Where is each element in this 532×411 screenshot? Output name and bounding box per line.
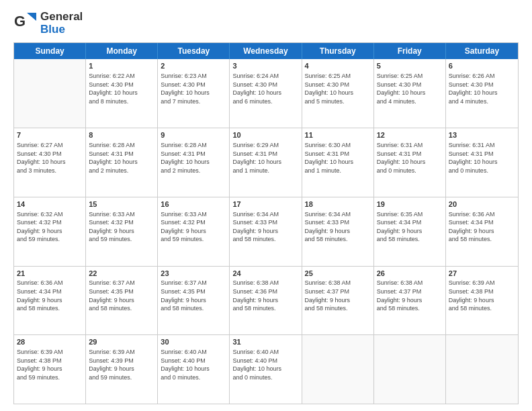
day-info: Sunrise: 6:33 AM Sunset: 4:32 PM Dayligh… — [89, 210, 154, 244]
day-number: 11 — [305, 130, 371, 140]
weekday-header-tuesday: Tuesday — [158, 43, 230, 59]
day-info: Sunrise: 6:28 AM Sunset: 4:31 PM Dayligh… — [89, 141, 154, 175]
calendar-cell: 2Sunrise: 6:23 AM Sunset: 4:30 PM Daylig… — [158, 59, 230, 128]
calendar-cell: 28Sunrise: 6:39 AM Sunset: 4:38 PM Dayli… — [14, 335, 86, 404]
day-info: Sunrise: 6:34 AM Sunset: 4:33 PM Dayligh… — [305, 210, 371, 244]
calendar-cell: 6Sunrise: 6:26 AM Sunset: 4:30 PM Daylig… — [446, 59, 518, 128]
calendar-cell: 1Sunrise: 6:22 AM Sunset: 4:30 PM Daylig… — [86, 59, 158, 128]
calendar-cell: 22Sunrise: 6:37 AM Sunset: 4:35 PM Dayli… — [86, 267, 158, 335]
logo-text-general: General — [40, 11, 83, 24]
day-info: Sunrise: 6:31 AM Sunset: 4:31 PM Dayligh… — [377, 141, 443, 175]
calendar-cell: 16Sunrise: 6:33 AM Sunset: 4:32 PM Dayli… — [158, 197, 230, 266]
logo-text-blue: Blue — [40, 24, 83, 36]
day-number: 20 — [449, 199, 515, 210]
day-number: 16 — [161, 199, 226, 210]
calendar-cell: 27Sunrise: 6:39 AM Sunset: 4:38 PM Dayli… — [446, 267, 518, 335]
day-info: Sunrise: 6:25 AM Sunset: 4:30 PM Dayligh… — [377, 72, 443, 105]
day-number: 3 — [232, 61, 298, 71]
calendar-cell: 14Sunrise: 6:32 AM Sunset: 4:32 PM Dayli… — [14, 197, 86, 266]
day-number: 27 — [449, 269, 515, 279]
day-info: Sunrise: 6:38 AM Sunset: 4:37 PM Dayligh… — [305, 279, 371, 312]
calendar-row-2: 14Sunrise: 6:32 AM Sunset: 4:32 PM Dayli… — [14, 197, 518, 266]
calendar-cell: 10Sunrise: 6:29 AM Sunset: 4:31 PM Dayli… — [230, 128, 302, 197]
calendar-cell: 19Sunrise: 6:35 AM Sunset: 4:34 PM Dayli… — [374, 197, 446, 266]
day-info: Sunrise: 6:29 AM Sunset: 4:31 PM Dayligh… — [232, 141, 298, 175]
calendar-body: 1Sunrise: 6:22 AM Sunset: 4:30 PM Daylig… — [14, 59, 518, 404]
calendar-cell: 31Sunrise: 6:40 AM Sunset: 4:40 PM Dayli… — [230, 335, 302, 404]
calendar-cell: 3Sunrise: 6:24 AM Sunset: 4:30 PM Daylig… — [230, 59, 302, 128]
calendar-cell: 17Sunrise: 6:34 AM Sunset: 4:33 PM Dayli… — [230, 197, 302, 266]
day-number: 6 — [449, 61, 515, 71]
day-number: 14 — [17, 199, 83, 210]
logo-svg: G — [13, 11, 38, 36]
calendar-row-4: 28Sunrise: 6:39 AM Sunset: 4:38 PM Dayli… — [14, 334, 518, 404]
day-number: 1 — [89, 61, 154, 71]
day-number: 23 — [161, 269, 226, 279]
day-info: Sunrise: 6:34 AM Sunset: 4:33 PM Dayligh… — [232, 210, 298, 244]
svg-text:G: G — [14, 13, 26, 30]
day-number: 25 — [305, 269, 371, 279]
calendar-cell: 24Sunrise: 6:38 AM Sunset: 4:36 PM Dayli… — [230, 267, 302, 335]
day-info: Sunrise: 6:23 AM Sunset: 4:30 PM Dayligh… — [161, 72, 226, 105]
weekday-header-wednesday: Wednesday — [230, 43, 302, 59]
calendar-cell: 5Sunrise: 6:25 AM Sunset: 4:30 PM Daylig… — [374, 59, 446, 128]
day-info: Sunrise: 6:36 AM Sunset: 4:34 PM Dayligh… — [17, 279, 83, 312]
calendar-cell: 12Sunrise: 6:31 AM Sunset: 4:31 PM Dayli… — [374, 128, 446, 197]
day-info: Sunrise: 6:39 AM Sunset: 4:38 PM Dayligh… — [449, 279, 515, 312]
day-number: 4 — [305, 61, 371, 71]
header: G General Blue — [13, 11, 519, 36]
day-number: 31 — [232, 337, 298, 347]
logo: G General Blue — [13, 11, 83, 36]
day-number: 5 — [377, 61, 443, 71]
day-number: 18 — [305, 199, 371, 210]
calendar-cell: 20Sunrise: 6:36 AM Sunset: 4:34 PM Dayli… — [446, 197, 518, 266]
calendar-row-0: 1Sunrise: 6:22 AM Sunset: 4:30 PM Daylig… — [14, 59, 518, 128]
day-info: Sunrise: 6:40 AM Sunset: 4:40 PM Dayligh… — [161, 348, 226, 381]
day-number: 28 — [17, 337, 83, 347]
day-info: Sunrise: 6:22 AM Sunset: 4:30 PM Dayligh… — [89, 72, 154, 105]
weekday-header-friday: Friday — [374, 43, 446, 59]
day-info: Sunrise: 6:27 AM Sunset: 4:30 PM Dayligh… — [17, 141, 83, 175]
day-number: 19 — [377, 199, 443, 210]
day-number: 24 — [232, 269, 298, 279]
calendar-cell: 15Sunrise: 6:33 AM Sunset: 4:32 PM Dayli… — [86, 197, 158, 266]
calendar-cell: 13Sunrise: 6:31 AM Sunset: 4:31 PM Dayli… — [446, 128, 518, 197]
day-number: 2 — [161, 61, 226, 71]
day-number: 7 — [17, 130, 83, 140]
calendar-row-3: 21Sunrise: 6:36 AM Sunset: 4:34 PM Dayli… — [14, 266, 518, 335]
calendar-cell — [302, 335, 374, 404]
day-number: 17 — [232, 199, 298, 210]
day-number: 29 — [89, 337, 154, 347]
day-info: Sunrise: 6:33 AM Sunset: 4:32 PM Dayligh… — [161, 210, 226, 244]
day-number: 22 — [89, 269, 154, 279]
calendar-cell: 21Sunrise: 6:36 AM Sunset: 4:34 PM Dayli… — [14, 267, 86, 335]
day-info: Sunrise: 6:31 AM Sunset: 4:31 PM Dayligh… — [449, 141, 515, 175]
day-info: Sunrise: 6:39 AM Sunset: 4:39 PM Dayligh… — [89, 348, 154, 381]
day-number: 30 — [161, 337, 226, 347]
day-number: 15 — [89, 199, 154, 210]
calendar-cell: 11Sunrise: 6:30 AM Sunset: 4:31 PM Dayli… — [302, 128, 374, 197]
day-number: 13 — [449, 130, 515, 140]
day-info: Sunrise: 6:24 AM Sunset: 4:30 PM Dayligh… — [232, 72, 298, 105]
calendar-cell: 7Sunrise: 6:27 AM Sunset: 4:30 PM Daylig… — [14, 128, 86, 197]
calendar-cell: 18Sunrise: 6:34 AM Sunset: 4:33 PM Dayli… — [302, 197, 374, 266]
calendar-cell: 30Sunrise: 6:40 AM Sunset: 4:40 PM Dayli… — [158, 335, 230, 404]
calendar-cell — [446, 335, 518, 404]
day-number: 9 — [161, 130, 226, 140]
day-info: Sunrise: 6:28 AM Sunset: 4:31 PM Dayligh… — [161, 141, 226, 175]
calendar-cell — [14, 59, 86, 128]
calendar-row-1: 7Sunrise: 6:27 AM Sunset: 4:30 PM Daylig… — [14, 128, 518, 197]
weekday-header-monday: Monday — [86, 43, 158, 59]
calendar-cell: 9Sunrise: 6:28 AM Sunset: 4:31 PM Daylig… — [158, 128, 230, 197]
calendar-cell: 29Sunrise: 6:39 AM Sunset: 4:39 PM Dayli… — [86, 335, 158, 404]
day-info: Sunrise: 6:39 AM Sunset: 4:38 PM Dayligh… — [17, 348, 83, 381]
day-info: Sunrise: 6:35 AM Sunset: 4:34 PM Dayligh… — [377, 210, 443, 244]
day-number: 10 — [232, 130, 298, 140]
calendar-cell: 8Sunrise: 6:28 AM Sunset: 4:31 PM Daylig… — [86, 128, 158, 197]
weekday-header-sunday: Sunday — [14, 43, 86, 59]
day-info: Sunrise: 6:38 AM Sunset: 4:37 PM Dayligh… — [377, 279, 443, 312]
day-number: 12 — [377, 130, 443, 140]
calendar-cell — [374, 335, 446, 404]
day-info: Sunrise: 6:32 AM Sunset: 4:32 PM Dayligh… — [17, 210, 83, 244]
calendar-header: SundayMondayTuesdayWednesdayThursdayFrid… — [14, 43, 518, 59]
